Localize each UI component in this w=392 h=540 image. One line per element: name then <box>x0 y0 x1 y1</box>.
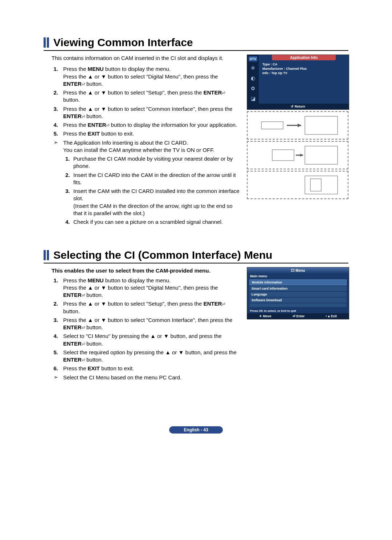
ci-main-label: Main menu <box>247 274 349 279</box>
enter-icon: ⏎ <box>82 342 85 346</box>
osd-info-line: Info : Top Up TV <box>262 71 347 75</box>
step-text: Press the ▲ or ▼ button to select "Setup… <box>63 89 240 104</box>
step-text: Press the ▲ or ▼ button to select "Commo… <box>63 105 240 120</box>
step-text: Select the required option by pressing t… <box>63 349 240 364</box>
key-enter: ENTER <box>63 340 82 347</box>
step-item: 4.Press the ENTER⏎ button to display the… <box>44 121 240 129</box>
gear-icon: ✿ <box>250 85 256 92</box>
step-number: 6. <box>44 365 63 372</box>
palette-icon: ◐ <box>250 75 256 82</box>
ci-menu-item[interactable]: Software Download <box>249 298 347 303</box>
substep-number: 4. <box>65 218 73 226</box>
section-title: Selecting the CI (Common Interface) Menu <box>53 249 272 261</box>
key-enter: ENTER <box>63 113 82 119</box>
ci-card-illustration-3 <box>247 171 348 199</box>
step-text: Press the MENU button to display the men… <box>63 277 240 299</box>
enter-icon: ⏎ <box>82 293 85 298</box>
step-item: 5.Press the EXIT button to exit. <box>44 130 240 137</box>
step-item: 6.Press the EXIT button to exit. <box>44 365 240 372</box>
section-selecting-ci-menu: Selecting the CI (Common Interface) Menu… <box>44 249 348 383</box>
substeps-list: 1.Purchase the CI CAM module by visiting… <box>65 155 240 226</box>
section-viewing-common-interface: Viewing Common Interface This contains i… <box>44 36 348 227</box>
step-text: Select to "CI Menu" by pressing the ▲ or… <box>63 333 240 347</box>
dtv-badge: DTV <box>249 56 257 61</box>
svg-rect-3 <box>272 150 294 161</box>
pointer-icon: ➣ <box>44 374 63 381</box>
step-text: Press the ENTER⏎ button to display the i… <box>63 121 240 129</box>
step-item: 1.Press the MENU button to display the m… <box>44 65 240 88</box>
key-enter: ENTER <box>88 122 106 128</box>
intro-text: This enables the user to select from the… <box>52 267 240 274</box>
substep-number: 3. <box>65 188 73 217</box>
enter-icon: ⏎ <box>106 123 109 128</box>
step-number: 2. <box>44 300 63 315</box>
substep-number: 2. <box>65 172 73 186</box>
enter-icon: ⏎ <box>82 82 85 86</box>
header-accent-bars <box>44 36 49 49</box>
substep-text: Insert the CAM with the CI CARD installe… <box>73 188 240 217</box>
ci-empty-row <box>249 303 347 307</box>
steps-list: 1.Press the MENU button to display the m… <box>44 277 240 372</box>
step-number: 1. <box>44 65 63 88</box>
ci-menu-item[interactable]: Language <box>249 292 347 297</box>
osd-return-hint: ↺ Return <box>247 104 349 109</box>
step-number: 5. <box>44 349 63 364</box>
step-item: 2.Press the ▲ or ▼ button to select "Set… <box>44 300 240 315</box>
page-footer: English - 43 <box>44 426 348 434</box>
substep-item: 2.Insert the CI CARD into the CAM in the… <box>65 172 240 186</box>
ci-footer-hints: ✦ Move ⏎ Enter • ∎ Exit <box>247 313 349 319</box>
section-header: Selecting the CI (Common Interface) Menu <box>44 249 348 263</box>
step-item: 2.Press the ▲ or ▼ button to select "Set… <box>44 89 240 104</box>
step-item: 3.Press the ▲ or ▼ button to select "Com… <box>44 317 240 331</box>
step-number: 3. <box>44 317 63 331</box>
substep-item: 3.Insert the CAM with the CI CARD instal… <box>65 188 240 217</box>
intro-text: This contains information on CAM inserte… <box>52 55 240 62</box>
step-item: 1.Press the MENU button to display the m… <box>44 277 240 299</box>
enter-icon: ⏎ <box>222 302 225 306</box>
key-enter: ENTER <box>63 292 82 298</box>
pointer-icon: ➣ <box>44 139 63 154</box>
enter-icon: ⏎ <box>222 91 225 95</box>
step-text: Press the ▲ or ▼ button to select "Setup… <box>63 300 240 315</box>
key-enter: ENTER <box>203 89 222 96</box>
step-text: Press the EXIT button to exit. <box>63 365 240 372</box>
step-text: Press the ▲ or ▼ button to select "Commo… <box>63 317 240 331</box>
key-enter: ENTER <box>63 324 82 330</box>
ci-hint-enter: ⏎ Enter <box>293 314 305 318</box>
ci-menu-item[interactable]: Module information <box>249 279 347 285</box>
substep-text: Check if you can see a picture on a scra… <box>73 218 223 226</box>
ci-hint-exit: • ∎ Exit <box>326 314 337 318</box>
ci-hint-move: ✦ Move <box>259 314 271 318</box>
enter-icon: ⏎ <box>82 326 85 330</box>
substep-number: 1. <box>65 155 73 170</box>
key-menu: MENU <box>88 277 104 283</box>
speaker-icon: ◪ <box>250 96 256 102</box>
step-number: 2. <box>44 89 63 104</box>
ci-card-illustration-2 <box>247 141 348 169</box>
page-number-badge: English - 43 <box>169 426 222 434</box>
osd-application-info: DTV ✲ ◐ ✿ ◪ Application Info Type : CAMa… <box>247 55 349 110</box>
key-enter: ENTER <box>203 301 222 307</box>
ci-card-illustration-1 <box>247 111 348 140</box>
substep-item: 4.Check if you can see a picture on a sc… <box>65 218 240 226</box>
step-item: 3.Press the ▲ or ▼ button to select "Com… <box>44 105 240 120</box>
step-number: 4. <box>44 333 63 347</box>
step-text: Press the EXIT button to exit. <box>63 130 240 137</box>
steps-list: 1.Press the MENU button to display the m… <box>44 65 240 137</box>
substep-item: 1.Purchase the CI CAM module by visiting… <box>65 155 240 170</box>
key-enter: ENTER <box>63 81 82 87</box>
step-number: 3. <box>44 105 63 120</box>
key-exit: EXIT <box>88 130 100 137</box>
svg-rect-5 <box>310 179 321 191</box>
osd-tab-title: Application Info <box>272 55 336 60</box>
ci-prompt: Press OK to select, or Exit to quit <box>247 308 349 313</box>
step-number: 5. <box>44 130 63 137</box>
note-text: The Application Info inserting is about … <box>63 139 240 154</box>
svg-rect-1 <box>261 122 283 129</box>
section-header: Viewing Common Interface <box>44 36 348 51</box>
ci-menu-item[interactable]: Smart card information <box>249 286 347 291</box>
globe-icon: ✲ <box>250 65 256 72</box>
step-text: Press the MENU button to display the men… <box>63 65 240 88</box>
enter-icon: ⏎ <box>82 114 85 118</box>
step-number: 1. <box>44 277 63 299</box>
